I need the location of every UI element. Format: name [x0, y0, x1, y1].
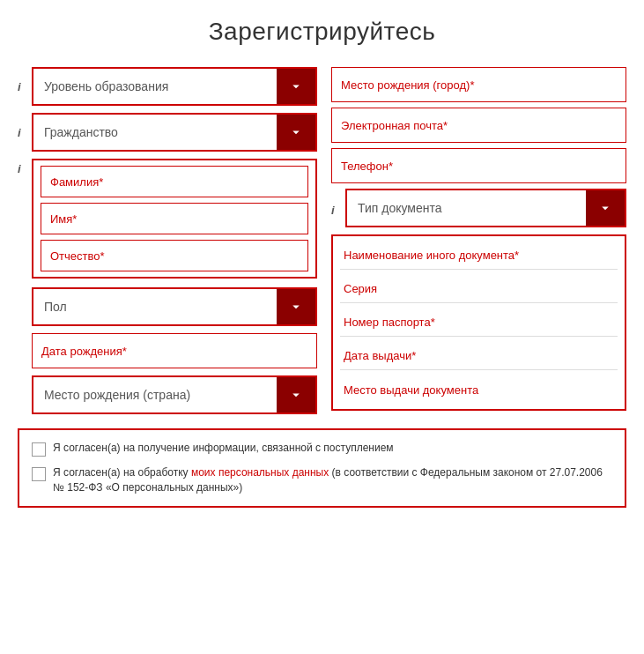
doc-type-select[interactable]: Тип документа	[345, 189, 626, 227]
doc-type-info-icon: i	[331, 204, 342, 217]
consent2-text: Я согласен(а) на обработку моих персонал…	[53, 465, 612, 495]
chevron-down-icon	[288, 299, 304, 315]
consent2-row: Я согласен(а) на обработку моих персонал…	[32, 465, 612, 495]
consent2-link[interactable]: моих персональных данных	[191, 466, 329, 479]
consent2-checkbox[interactable]	[32, 467, 46, 481]
doc-type-label: Тип документа	[358, 201, 586, 215]
birth-country-label: Место рождения (страна)	[44, 388, 277, 402]
education-info-icon: i	[18, 80, 28, 93]
chevron-down-icon	[288, 78, 304, 94]
chevron-down-icon	[288, 387, 304, 403]
consent-section: Я согласен(а) на получение информации, с…	[18, 428, 626, 508]
name-group	[32, 159, 317, 279]
education-label: Уровень образования	[44, 79, 277, 93]
gender-label: Пол	[44, 300, 277, 314]
document-group	[331, 234, 626, 411]
last-name-input[interactable]	[41, 166, 308, 197]
middle-name-input[interactable]	[41, 240, 308, 271]
gender-dropdown-btn[interactable]	[277, 289, 315, 324]
birth-country-dropdown-btn[interactable]	[277, 377, 315, 412]
citizenship-info-icon: i	[18, 126, 28, 139]
citizenship-dropdown-btn[interactable]	[277, 115, 315, 150]
first-name-input[interactable]	[41, 203, 308, 234]
consent1-text: Я согласен(а) на получение информации, с…	[53, 441, 394, 456]
birth-country-select[interactable]: Место рождения (страна)	[32, 375, 317, 414]
email-input[interactable]	[331, 108, 626, 143]
passport-number-input[interactable]	[340, 308, 618, 337]
gender-select[interactable]: Пол	[32, 287, 317, 326]
consent2-prefix: Я согласен(а) на обработку	[53, 466, 191, 479]
series-input[interactable]	[340, 275, 618, 303]
citizenship-label: Гражданство	[44, 125, 277, 139]
name-info-icon: i	[18, 162, 28, 175]
issue-date-input[interactable]	[340, 342, 618, 370]
phone-input[interactable]	[331, 148, 626, 183]
citizenship-select[interactable]: Гражданство	[32, 113, 317, 152]
birthdate-input[interactable]	[32, 333, 317, 368]
education-select[interactable]: Уровень образования	[32, 67, 317, 106]
consent1-row: Я согласен(а) на получение информации, с…	[32, 441, 612, 457]
education-dropdown-btn[interactable]	[277, 69, 315, 104]
doc-name-input[interactable]	[340, 242, 618, 270]
chevron-down-icon	[597, 200, 613, 216]
page-title: Зарегистрируйтесь	[18, 18, 626, 46]
consent1-checkbox[interactable]	[32, 442, 46, 457]
chevron-down-icon	[288, 124, 304, 140]
birth-city-input[interactable]	[331, 67, 626, 102]
doc-type-dropdown-btn[interactable]	[586, 190, 625, 226]
issue-place-input[interactable]	[340, 375, 618, 404]
